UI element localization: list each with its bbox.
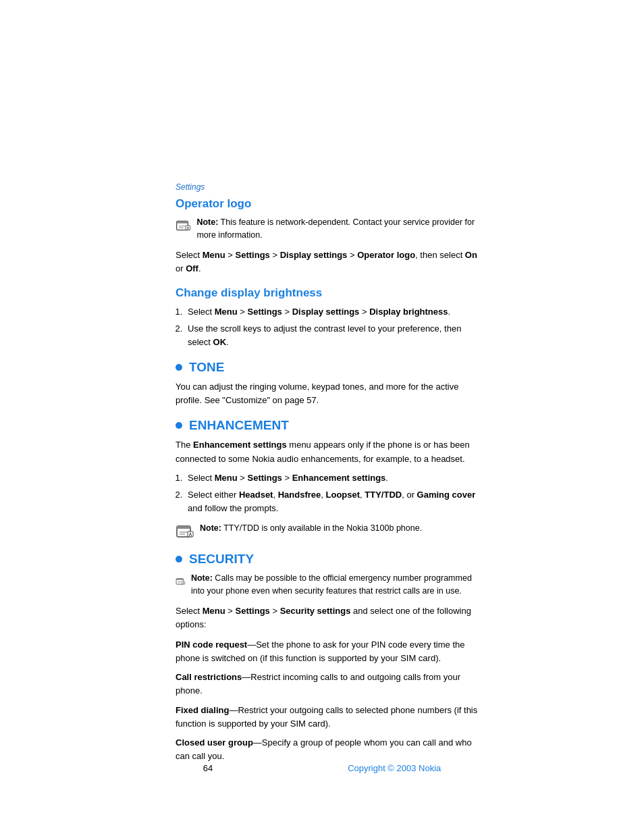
enhancement-note-icon <box>176 522 194 541</box>
operator-logo-heading: Operator logo <box>176 197 486 211</box>
security-option-pin: PIN code request—Set the phone to ask fo… <box>176 638 486 665</box>
security-option-closed-user: Closed user group—Specify a group of peo… <box>176 736 486 763</box>
content-area: Settings Operator logo Note: This featur… <box>176 182 486 774</box>
security-note-text: Note: Calls may be possible to the offic… <box>191 572 486 598</box>
svg-rect-6 <box>177 526 190 529</box>
enhancement-step-1: Select Menu > Settings > Enhancement set… <box>185 471 486 485</box>
security-select-line: Select Menu > Settings > Security settin… <box>176 604 486 631</box>
enhancement-intro: The Enhancement settings menu appears on… <box>176 438 486 465</box>
enhancement-bullet <box>176 422 182 429</box>
svg-rect-1 <box>177 221 188 223</box>
operator-logo-note: Note: This feature is network-dependent.… <box>176 216 486 242</box>
operator-logo-note-text: Note: This feature is network-dependent.… <box>196 216 486 242</box>
tone-heading: TONE <box>176 360 486 375</box>
note-bold-label: Note: <box>191 573 213 583</box>
tone-body: You can adjust the ringing volume, keypa… <box>176 380 486 407</box>
enhancement-heading-text: ENHANCEMENT <box>189 418 289 433</box>
brightness-step-1: Select Menu > Settings > Display setting… <box>185 305 486 319</box>
security-bullet <box>176 556 182 563</box>
brightness-step-2: Use the scroll keys to adjust the contra… <box>185 322 486 349</box>
enhancement-note: Note: TTY/TDD is only available in the N… <box>176 522 486 541</box>
section-tone: TONE You can adjust the ringing volume, … <box>176 360 486 407</box>
page-footer: 64 Copyright © 2003 Nokia <box>0 763 644 773</box>
page: Settings Operator logo Note: This featur… <box>0 0 644 834</box>
note-bold-label: Note: <box>196 217 218 227</box>
section-enhancement: ENHANCEMENT The Enhancement settings men… <box>176 418 486 541</box>
note-bold-label: Note: <box>200 523 221 533</box>
security-option-fixed-dialing: Fixed dialing—Restrict your outgoing cal… <box>176 704 486 731</box>
enhancement-note-text: Note: TTY/TDD is only available in the N… <box>200 522 422 535</box>
change-brightness-steps: Select Menu > Settings > Display setting… <box>185 305 486 349</box>
section-label: Settings <box>176 182 486 192</box>
security-note-icon <box>176 572 186 591</box>
enhancement-steps: Select Menu > Settings > Enhancement set… <box>185 471 486 515</box>
section-change-brightness: Change display brightness Select Menu > … <box>176 286 486 349</box>
security-option-call-restrictions: Call restrictions—Restrict incoming call… <box>176 671 486 698</box>
footer-copyright: Copyright © 2003 Nokia <box>348 763 441 773</box>
enhancement-heading: ENHANCEMENT <box>176 418 486 433</box>
note-icon <box>176 216 191 235</box>
security-heading: SECURITY <box>176 552 486 567</box>
page-number: 64 <box>203 763 213 773</box>
enhancement-step-2: Select either Headset, Handsfree, Loopse… <box>185 488 486 515</box>
security-note: Note: Calls may be possible to the offic… <box>176 572 486 598</box>
svg-rect-11 <box>176 579 184 580</box>
change-brightness-heading: Change display brightness <box>176 286 486 300</box>
section-security: SECURITY Note: Calls may be possible to … <box>176 552 486 763</box>
operator-logo-select-line: Select Menu > Settings > Display setting… <box>176 249 486 276</box>
tone-heading-text: TONE <box>189 360 224 375</box>
security-heading-text: SECURITY <box>189 552 254 567</box>
tone-bullet <box>176 364 182 371</box>
section-operator-logo: Operator logo Note: This feature is netw… <box>176 197 486 276</box>
